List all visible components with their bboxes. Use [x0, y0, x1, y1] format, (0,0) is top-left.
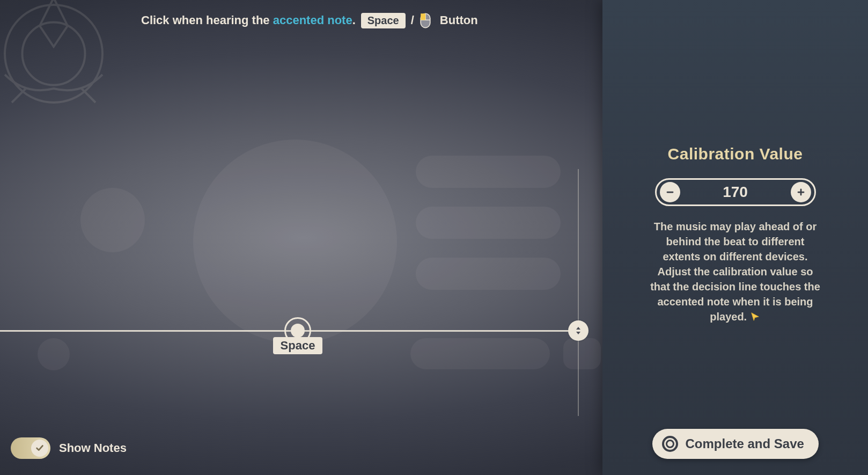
play-area: Space — [0, 0, 602, 475]
calibration-scroll-track[interactable] — [578, 169, 579, 416]
calibration-title: Calibration Value — [668, 145, 803, 163]
complete-label: Complete and Save — [686, 436, 804, 451]
accented-note-marker[interactable]: Space — [284, 317, 311, 344]
bg-ghost-dot — [80, 188, 145, 252]
bg-ghost-dot — [38, 338, 70, 370]
note-key-label: Space — [273, 337, 323, 354]
calibration-value: 170 — [723, 184, 748, 201]
decrease-button[interactable] — [660, 182, 680, 202]
svg-rect-7 — [800, 189, 801, 196]
calibration-description: The music may play ahead of or behind th… — [647, 219, 824, 324]
bg-ghost-circle — [193, 140, 397, 344]
toggle-knob — [31, 440, 48, 457]
show-notes-toggle[interactable] — [11, 437, 50, 459]
svg-rect-5 — [666, 192, 673, 193]
svg-marker-8 — [751, 313, 759, 320]
complete-and-save-button[interactable]: Complete and Save — [652, 429, 819, 459]
decision-line: Space — [0, 330, 570, 332]
increase-button[interactable] — [791, 182, 811, 202]
calibration-stepper: 170 — [655, 178, 816, 206]
bg-ghost-pill — [416, 156, 561, 188]
cursor-star-icon — [750, 310, 760, 320]
bg-ghost-pill — [416, 207, 561, 239]
ring-icon — [662, 436, 678, 452]
bg-ghost-pill — [416, 258, 561, 290]
calibration-panel: Calibration Value 170 The music may play… — [602, 0, 868, 475]
calibration-scroll-handle[interactable] — [568, 320, 589, 341]
bg-ghost-pill — [563, 338, 601, 369]
show-notes-row: Show Notes — [11, 437, 127, 459]
show-notes-label: Show Notes — [59, 441, 127, 455]
bg-ghost-pill — [410, 338, 550, 369]
